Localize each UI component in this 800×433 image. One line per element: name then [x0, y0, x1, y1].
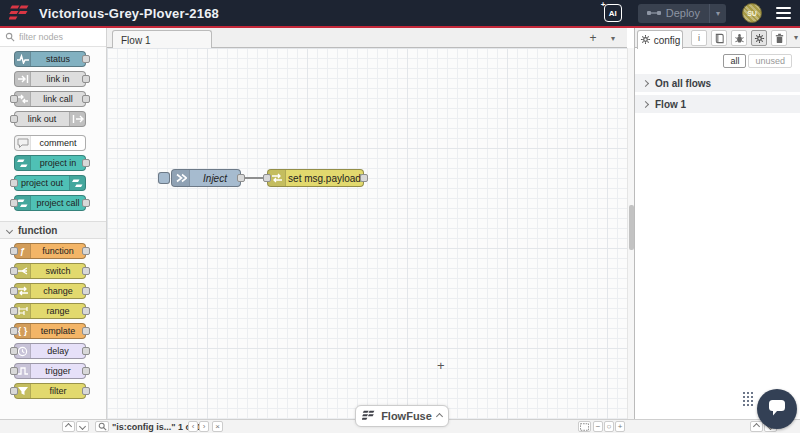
help-tab-button[interactable] — [711, 30, 727, 46]
output-port[interactable] — [82, 267, 90, 275]
input-port[interactable] — [10, 347, 18, 355]
output-port[interactable] — [360, 174, 368, 182]
output-port[interactable] — [82, 95, 90, 103]
canvas-scrollbar[interactable] — [627, 48, 634, 419]
deploy-button[interactable]: Deploy — [638, 4, 709, 23]
change-node[interactable]: set msg.payload — [267, 169, 364, 187]
output-port[interactable] — [82, 327, 90, 335]
filter-all-button[interactable]: all — [723, 54, 746, 68]
palette-node-link-in[interactable]: link in — [14, 71, 86, 87]
inject-node[interactable]: Inject — [171, 169, 241, 187]
output-port[interactable] — [82, 387, 90, 395]
chat-widget-button[interactable] — [757, 389, 797, 429]
search-button[interactable] — [95, 421, 109, 432]
input-port[interactable] — [10, 247, 18, 255]
input-port[interactable] — [10, 115, 18, 123]
input-port[interactable] — [10, 307, 18, 315]
info-tab-button[interactable]: i — [691, 30, 707, 46]
palette-node-project-in[interactable]: project in — [14, 155, 86, 171]
output-port[interactable] — [82, 287, 90, 295]
palette-node-status[interactable]: status — [14, 51, 86, 67]
search-prev-button[interactable]: ‹ — [188, 421, 198, 432]
palette-node-label: trigger — [31, 364, 85, 378]
config-tab-button[interactable] — [751, 30, 767, 46]
search-next-button[interactable]: › — [199, 421, 209, 432]
palette-node-switch[interactable]: switch — [14, 263, 86, 279]
palette-node-comment[interactable]: comment — [14, 135, 86, 151]
output-port[interactable] — [82, 307, 90, 315]
output-port[interactable] — [82, 55, 90, 63]
palette-node-filter[interactable]: filter — [14, 383, 86, 399]
palette-node-label: comment — [31, 136, 85, 150]
tab-config[interactable]: config — [637, 30, 683, 49]
palette-node-label: function — [31, 244, 85, 258]
workspace-tabbar: Flow 1 + ▾ — [107, 28, 627, 48]
add-flow-button[interactable]: + — [585, 30, 601, 46]
sidebar-expand-up-button[interactable] — [750, 421, 763, 432]
zoom-reset-button[interactable]: ○ — [604, 421, 614, 432]
navigator-button[interactable] — [578, 421, 591, 432]
palette-node-range[interactable]: range — [14, 303, 86, 319]
palette-collapse-down-button[interactable] — [76, 421, 89, 432]
palette-node-link-out[interactable]: link out — [14, 111, 86, 127]
palette-filter-input[interactable] — [19, 32, 101, 42]
palette-category-function[interactable]: function — [0, 221, 106, 239]
input-port[interactable] — [263, 174, 271, 182]
input-port[interactable] — [10, 179, 18, 187]
node-label: set msg.payload — [286, 170, 363, 186]
palette-node-project-out[interactable]: project out — [14, 175, 86, 191]
zoom-in-button[interactable]: + — [615, 421, 625, 432]
sparkle-icon: + — [601, 0, 606, 9]
palette-node-label: switch — [31, 264, 85, 278]
tab-flow1[interactable]: Flow 1 — [112, 30, 212, 49]
output-port[interactable] — [82, 159, 90, 167]
palette-node-change[interactable]: change — [14, 283, 86, 299]
deploy-options-button[interactable]: ▾ — [709, 4, 726, 23]
input-port[interactable] — [10, 387, 18, 395]
input-port[interactable] — [10, 287, 18, 295]
flow-list-button[interactable]: ▾ — [605, 30, 621, 46]
config-section-global[interactable]: On all flows — [635, 74, 800, 92]
input-port[interactable] — [10, 199, 18, 207]
flow-canvas[interactable]: Inject set msg.payload + — [107, 48, 627, 419]
zoom-out-button[interactable]: − — [593, 421, 603, 432]
deploy-nodes-icon — [647, 7, 661, 19]
output-port[interactable] — [82, 247, 90, 255]
input-port[interactable] — [10, 95, 18, 103]
input-port[interactable] — [10, 367, 18, 375]
tab-label: Flow 1 — [121, 35, 150, 46]
sidebar-menu-button[interactable]: ▾ — [794, 33, 798, 42]
palette-node-template[interactable]: { } template — [14, 323, 86, 339]
output-port[interactable] — [82, 347, 90, 355]
palette-collapse-up-button[interactable] — [62, 421, 75, 432]
palette-node-trigger[interactable]: trigger — [14, 363, 86, 379]
palette-node-delay[interactable]: delay — [14, 343, 86, 359]
flowfuse-panel-button[interactable]: FlowFuse — [355, 405, 449, 427]
main-menu-button[interactable] — [776, 7, 791, 19]
flowfuse-logo-icon[interactable] — [9, 5, 31, 21]
search-close-button[interactable]: × — [212, 421, 223, 432]
sidebar-tabbar: config i ▾ — [635, 28, 800, 48]
output-port[interactable] — [82, 367, 90, 375]
delete-tab-button[interactable] — [771, 30, 787, 46]
input-port[interactable] — [10, 327, 18, 335]
output-port[interactable] — [82, 199, 90, 207]
palette-node-function[interactable]: ƒ function — [14, 243, 86, 259]
flowfuse-label: FlowFuse — [381, 410, 432, 422]
drag-handle-dots[interactable] — [743, 392, 755, 408]
user-avatar[interactable]: SU — [742, 3, 762, 23]
filter-unused-button[interactable]: unused — [748, 54, 792, 68]
config-section-flow1[interactable]: Flow 1 — [635, 95, 800, 113]
output-port[interactable] — [82, 75, 90, 83]
palette-node-label: project out — [15, 176, 69, 190]
palette-node-link-call[interactable]: link call — [14, 91, 86, 107]
chevron-right-icon — [642, 79, 649, 86]
chat-bubble-icon — [768, 399, 786, 420]
category-label: function — [18, 225, 57, 236]
input-port[interactable] — [10, 267, 18, 275]
palette-node-label: template — [31, 324, 85, 338]
ai-assistant-button[interactable]: + AI — [604, 4, 622, 22]
inject-trigger-button[interactable] — [158, 172, 170, 184]
debug-tab-button[interactable] — [731, 30, 747, 46]
palette-node-project-call[interactable]: project call — [14, 195, 86, 211]
